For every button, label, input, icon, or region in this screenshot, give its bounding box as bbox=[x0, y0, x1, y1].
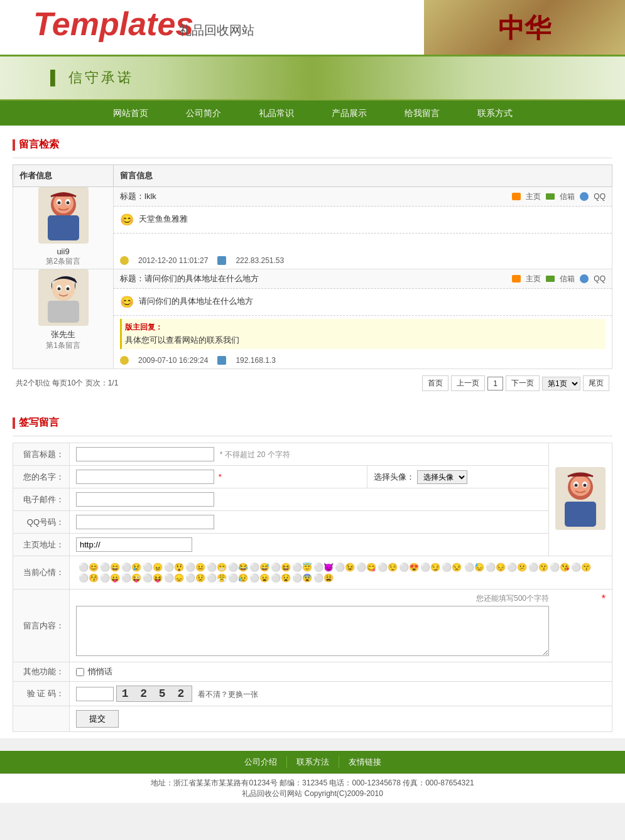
form-row-content: 留言内容： 您还能填写500个字符 * bbox=[13, 590, 612, 662]
emotion-item[interactable]: ⚪😕 bbox=[507, 563, 527, 572]
msg-subject-2: 标题：请问你们的具体地址在什么地方 bbox=[120, 273, 259, 284]
pagination-next[interactable]: 下一页 bbox=[506, 375, 540, 391]
msg-date-1: 2012-12-20 11:01:27 bbox=[138, 256, 208, 265]
main-nav: 网站首页 公司简介 礼品常识 产品展示 给我留言 联系方式 bbox=[0, 100, 625, 126]
subject-field-cell: * 不得超过 20 个字符 bbox=[70, 443, 549, 466]
emotion-item[interactable]: ⚪😛 bbox=[100, 573, 120, 583]
emotion-item[interactable]: ⚪😁 bbox=[207, 563, 227, 572]
secret-checkbox[interactable] bbox=[76, 668, 84, 676]
nav-home[interactable]: 网站首页 bbox=[94, 100, 167, 126]
pagination-pages: 首页 上一页 1 下一页 第1页 尾页 bbox=[422, 375, 609, 391]
mail-icon-2 bbox=[546, 276, 555, 282]
emotion-item[interactable]: ⚪😟 bbox=[185, 573, 205, 583]
header: Templates 礼品回收网站 中华 bbox=[0, 0, 625, 57]
qq-input[interactable] bbox=[76, 515, 214, 529]
reply-label: 版主回复： bbox=[125, 322, 602, 333]
emotion-item[interactable]: ⚪😗 bbox=[528, 563, 548, 572]
emotion-item[interactable]: ⚪😤 bbox=[207, 573, 227, 583]
emotion-item[interactable]: ⚪😋 bbox=[356, 563, 376, 572]
footer-link-contact[interactable]: 联系方法 bbox=[287, 757, 339, 768]
emotion-item[interactable]: ⚪😏 bbox=[420, 563, 440, 572]
link-mail-1[interactable]: 信箱 bbox=[560, 191, 575, 202]
link-mail-2[interactable]: 信箱 bbox=[560, 274, 575, 284]
captcha-refresh[interactable]: 看不清？更换一张 bbox=[198, 690, 258, 699]
footer-info: 地址：浙江省某某市某某路有01234号 邮编：312345 电话：000-123… bbox=[0, 773, 625, 803]
page-select[interactable]: 第1页 bbox=[542, 377, 580, 390]
emotion-item[interactable]: ⚪😇 bbox=[292, 563, 312, 572]
pagination-first[interactable]: 首页 bbox=[422, 375, 448, 391]
svg-point-7 bbox=[66, 202, 69, 205]
emotion-item[interactable]: ⚪😓 bbox=[464, 563, 484, 572]
nav-about[interactable]: 公司简介 bbox=[167, 100, 240, 126]
emotion-label: 当前心情： bbox=[13, 556, 70, 590]
nav-gifts[interactable]: 礼品常识 bbox=[240, 100, 313, 126]
avatar-select[interactable]: 选择头像 bbox=[417, 470, 467, 484]
emotion-item[interactable]: ⚪😘 bbox=[550, 563, 570, 572]
nav-contact[interactable]: 联系方式 bbox=[459, 100, 531, 126]
nav-products[interactable]: 产品展示 bbox=[313, 100, 386, 126]
qq-field-cell bbox=[70, 511, 549, 534]
msg-text-2: 请问你们的具体地址在什么地方 bbox=[139, 295, 253, 308]
svg-point-10 bbox=[52, 278, 75, 301]
form-row-captcha: 验 证 码： 1 2 5 2 看不清？更换一张 bbox=[13, 682, 612, 706]
link-qq-1[interactable]: QQ bbox=[594, 192, 606, 201]
emotion-item[interactable]: ⚪😔 bbox=[486, 563, 506, 572]
submit-cell: 提交 bbox=[70, 706, 612, 732]
pagination-last[interactable]: 尾页 bbox=[583, 375, 609, 391]
form-row-qq: QQ号码： bbox=[13, 511, 612, 534]
link-qq-2[interactable]: QQ bbox=[594, 274, 606, 283]
emotion-item[interactable]: ⚪😍 bbox=[399, 563, 419, 572]
emotion-item[interactable]: ⚪😂 bbox=[228, 563, 248, 572]
homepage-label: 主页地址： bbox=[13, 534, 70, 556]
table-row: uii9 第2条留言 标题：lklk 主页 信箱 QQ bbox=[13, 187, 612, 269]
svg-point-6 bbox=[57, 202, 60, 205]
emotion-item[interactable]: ⚪😲 bbox=[164, 563, 184, 572]
banner-text: ▌ 信守承诺 bbox=[50, 68, 134, 87]
footer-nav: 公司介绍 联系方法 友情链接 bbox=[0, 751, 625, 773]
emotion-item[interactable]: ⚪😨 bbox=[292, 573, 312, 583]
homepage-input[interactable] bbox=[76, 537, 192, 552]
emotion-item[interactable]: ⚪😌 bbox=[378, 563, 398, 572]
content-textarea[interactable] bbox=[76, 606, 549, 656]
footer-link-about[interactable]: 公司介绍 bbox=[235, 757, 287, 768]
email-input[interactable] bbox=[76, 492, 214, 507]
msg-links-1: 主页 信箱 QQ bbox=[512, 191, 606, 202]
other-func: 悄悄话 bbox=[76, 666, 606, 677]
emotion-item[interactable]: ⚪😞 bbox=[164, 573, 184, 583]
emotion-item[interactable]: ⚪😆 bbox=[271, 563, 291, 572]
emotion-item[interactable]: ⚪😄 bbox=[100, 563, 120, 572]
message-table: 作者信息 留言信息 bbox=[13, 164, 612, 369]
captcha-input[interactable] bbox=[76, 687, 114, 701]
link-home-1[interactable]: 主页 bbox=[526, 191, 541, 202]
emotion-item[interactable]: ⚪😧 bbox=[271, 573, 291, 583]
pagination-prev[interactable]: 上一页 bbox=[451, 375, 485, 391]
emotion-item[interactable]: ⚪😚 bbox=[79, 573, 99, 583]
emotion-item[interactable]: ⚪😝 bbox=[143, 573, 163, 583]
footer-link-friends[interactable]: 友情链接 bbox=[339, 757, 391, 768]
emotion-item[interactable]: ⚪😦 bbox=[249, 573, 269, 583]
emotion-field-cell: ⚪😊 ⚪😄 ⚪😢 ⚪😠 ⚪😲 ⚪😐 ⚪😁 ⚪😂 ⚪😅 ⚪😆 ⚪😇 ⚪� bbox=[70, 556, 612, 590]
emotion-item[interactable]: ⚪😙 bbox=[571, 563, 591, 572]
pagination-current: 1 bbox=[487, 377, 503, 390]
header-zh-text: 中华 bbox=[498, 11, 551, 46]
emotion-item[interactable]: ⚪😜 bbox=[121, 573, 141, 583]
emotion-item[interactable]: ⚪😉 bbox=[335, 563, 355, 572]
clock-icon-2 bbox=[120, 356, 129, 365]
emotion-item[interactable]: ⚪😒 bbox=[442, 563, 462, 572]
emotion-item[interactable]: ⚪😥 bbox=[228, 573, 248, 583]
msg-ip-1: 222.83.251.53 bbox=[236, 256, 284, 265]
submit-button[interactable]: 提交 bbox=[76, 710, 119, 728]
emotion-item[interactable]: ⚪😈 bbox=[313, 563, 334, 572]
emotion-item[interactable]: ⚪😐 bbox=[185, 563, 205, 572]
emotion-item[interactable]: ⚪😠 bbox=[143, 563, 163, 572]
subject-input[interactable] bbox=[76, 447, 214, 461]
emotion-item[interactable]: ⚪😩 bbox=[313, 573, 334, 583]
emotion-item[interactable]: ⚪😊 bbox=[79, 563, 99, 572]
emotion-item[interactable]: ⚪😢 bbox=[121, 563, 141, 572]
sign-form-table: 留言标题： * 不得超过 20 个字符 bbox=[13, 443, 612, 732]
nav-message[interactable]: 给我留言 bbox=[386, 100, 459, 126]
name-input[interactable] bbox=[76, 470, 214, 484]
link-home-2[interactable]: 主页 bbox=[526, 274, 541, 284]
emotion-item[interactable]: ⚪😅 bbox=[249, 563, 269, 572]
avatar-select-cell: 选择头像： 选择头像 bbox=[367, 466, 548, 488]
